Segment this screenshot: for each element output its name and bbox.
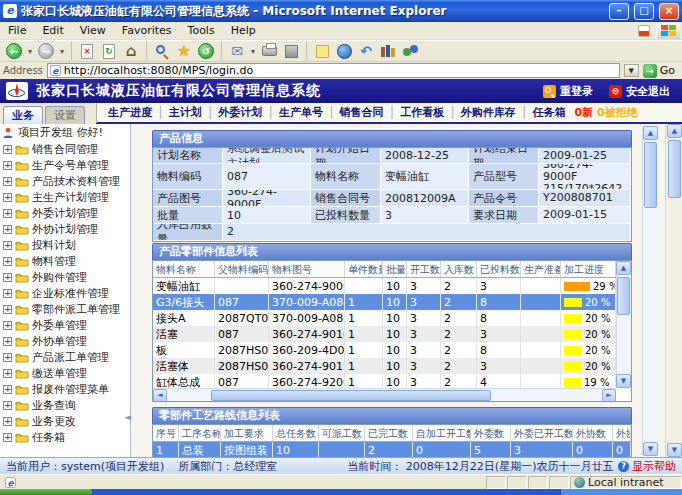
nav-item-7[interactable]: 任务箱 (527, 105, 570, 120)
table-row[interactable]: 板2087HS002360-209-4D01011032820 % (153, 342, 631, 358)
tree-expand-icon[interactable]: + (3, 353, 12, 362)
column-header[interactable]: 序号 (153, 425, 179, 441)
sidebar-item-18[interactable]: +任务箱 (0, 429, 130, 445)
scroll-right-icon[interactable]: ► (602, 389, 616, 402)
browser-scrollbar[interactable]: ▲ ▼ (665, 124, 682, 457)
table-row[interactable]: 活塞087360-274-9010F11032320 % (153, 326, 631, 342)
sidebar-item-2[interactable]: +产品技术资料管理 (0, 173, 130, 189)
menu-tools[interactable]: Tools (180, 24, 223, 37)
scroll-up-icon[interactable]: ▲ (616, 261, 631, 275)
quick-link-button[interactable]: ↶ (356, 42, 376, 60)
column-header[interactable]: 已完工数 (365, 425, 413, 441)
tree-expand-icon[interactable]: + (3, 289, 12, 298)
minimize-button[interactable]: – (609, 3, 629, 20)
sidebar-item-15[interactable]: +报废件管理菜单 (0, 381, 130, 397)
column-header[interactable]: 总任务数 (273, 425, 319, 441)
sidebar-item-16[interactable]: +业务查询 (0, 397, 130, 413)
back-button[interactable]: ← (4, 42, 24, 60)
column-header[interactable]: 外委已开工数 (511, 425, 573, 441)
tab-设置[interactable]: 设置 (45, 106, 85, 124)
browser-extension-icon[interactable] (638, 25, 650, 37)
back-dropdown[interactable]: ▾ (26, 47, 34, 56)
tree-expand-icon[interactable]: + (3, 193, 12, 202)
logout-button[interactable]: ⊙ 安全退出 (609, 84, 670, 99)
windows-taskbar[interactable] (0, 489, 682, 495)
column-header[interactable]: 工序名称 (179, 425, 221, 441)
sidebar-item-0[interactable]: +销售合同管理 (0, 141, 130, 157)
table-row[interactable]: 活塞体2087HS002360-274-9011W11032320 % (153, 358, 631, 374)
column-header[interactable]: 父物料编码 (215, 261, 269, 277)
tree-expand-icon[interactable]: + (3, 161, 12, 170)
column-header[interactable]: 可派工数 (319, 425, 365, 441)
sidebar-item-17[interactable]: +业务更改 (0, 413, 130, 429)
nav-item-5[interactable]: 工作看板 (395, 105, 449, 120)
print-button[interactable] (259, 42, 279, 60)
sidebar-item-4[interactable]: +外委计划管理 (0, 205, 130, 221)
column-header[interactable]: 批量 (383, 261, 407, 277)
messenger-web-button[interactable] (334, 42, 354, 60)
scroll-up-icon[interactable]: ▲ (667, 124, 682, 138)
scroll-down-icon[interactable]: ▼ (643, 442, 658, 456)
history-button[interactable]: ↺ (196, 42, 216, 60)
relogin-button[interactable]: 重登录 (543, 84, 593, 99)
column-header[interactable]: 入库数 (441, 261, 477, 277)
parts-vscrollbar[interactable]: ▲ ▼ (616, 261, 631, 388)
msn-button[interactable] (400, 42, 420, 60)
column-header[interactable]: 已投料数 (477, 261, 521, 277)
column-header[interactable]: 自加工开工数 (413, 425, 471, 441)
address-input[interactable]: e http://localhost:8080/MPS/login.do (47, 63, 620, 78)
scroll-down-icon[interactable]: ▼ (667, 443, 682, 457)
sidebar-item-10[interactable]: +零部件派工单管理 (0, 301, 130, 317)
sidebar-item-7[interactable]: +物料管理 (0, 253, 130, 269)
tree-expand-icon[interactable]: + (3, 321, 12, 330)
scroll-left-icon[interactable]: ◄ (153, 389, 167, 402)
sidebar-collapse-icon[interactable]: ◄ (124, 412, 131, 422)
table-row[interactable]: G3/6接头087370-009-A084011032820 % (153, 294, 631, 310)
page-scrollbar[interactable]: ▲ ▼ (642, 126, 657, 456)
tree-expand-icon[interactable]: + (3, 177, 12, 186)
column-header[interactable]: 物料图号 (269, 261, 345, 277)
parts-hscrollbar[interactable]: ◄ ► (153, 388, 616, 401)
tree-expand-icon[interactable]: + (3, 385, 12, 394)
nav-item-1[interactable]: 主计划 (164, 105, 207, 120)
search-button[interactable] (152, 42, 172, 60)
tree-expand-icon[interactable]: + (3, 241, 12, 250)
tree-expand-icon[interactable]: + (3, 273, 12, 282)
show-help-link[interactable]: ? 显示帮助 (618, 459, 676, 474)
column-header[interactable]: 单件数量 (345, 261, 383, 277)
scroll-up-icon[interactable]: ▲ (643, 126, 658, 140)
column-header[interactable]: 生产准备 (521, 261, 561, 277)
forward-button[interactable]: → (36, 42, 56, 60)
start-button[interactable] (0, 489, 92, 495)
menu-help[interactable]: Help (223, 24, 264, 37)
column-header[interactable]: 外委数 (471, 425, 511, 441)
notes-button[interactable] (312, 42, 332, 60)
sidebar-item-14[interactable]: +缴送单管理 (0, 365, 130, 381)
tree-expand-icon[interactable]: + (3, 369, 12, 378)
tree-expand-icon[interactable]: + (3, 225, 12, 234)
sidebar-item-11[interactable]: +外委单管理 (0, 317, 130, 333)
tree-expand-icon[interactable]: + (3, 433, 12, 442)
column-header[interactable]: 加工要求 (221, 425, 273, 441)
sidebar-item-1[interactable]: +生产令号单管理 (0, 157, 130, 173)
tree-expand-icon[interactable]: + (3, 145, 12, 154)
scroll-down-icon[interactable]: ▼ (616, 374, 631, 388)
tree-expand-icon[interactable]: + (3, 401, 12, 410)
mail-dropdown[interactable]: ▾ (249, 47, 257, 56)
scroll-thumb[interactable] (668, 140, 681, 198)
tree-expand-icon[interactable]: + (3, 417, 12, 426)
menu-view[interactable]: View (72, 24, 114, 37)
go-button[interactable]: → Go (643, 64, 679, 78)
tree-expand-icon[interactable]: + (3, 337, 12, 346)
column-header[interactable]: 物料名称 (153, 261, 215, 277)
nav-item-2[interactable]: 外委计划 (213, 105, 267, 120)
table-row[interactable]: 接头A2087QT002370-009-A085011032820 % (153, 310, 631, 326)
mail-button[interactable]: ✉ (227, 42, 247, 60)
sidebar-item-3[interactable]: +主生产计划管理 (0, 189, 130, 205)
tree-expand-icon[interactable]: + (3, 305, 12, 314)
sidebar-item-13[interactable]: +产品派工单管理 (0, 349, 130, 365)
menu-file[interactable]: File (0, 24, 34, 37)
menu-favorites[interactable]: Favorites (114, 24, 180, 37)
forward-dropdown[interactable]: ▾ (58, 47, 66, 56)
column-header[interactable]: 加工进度 (561, 261, 616, 277)
